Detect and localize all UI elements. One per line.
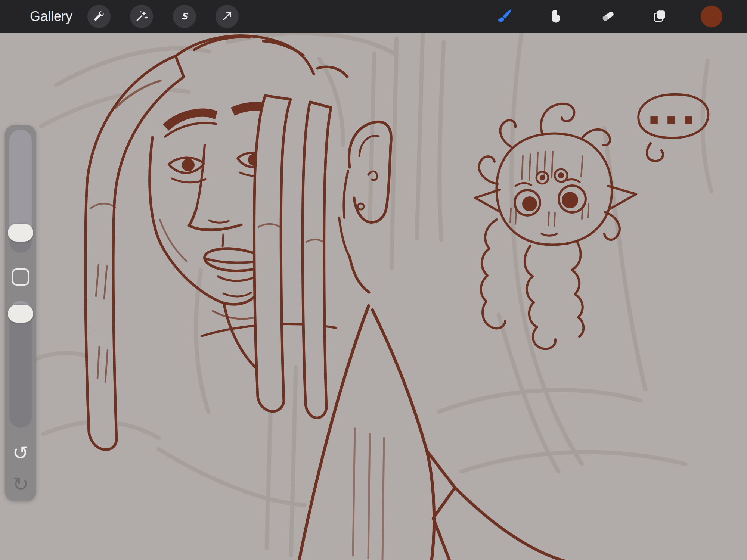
sidebar-toolbar: ↺ ↻ [5,125,36,501]
layers-icon [652,8,667,25]
artwork: ... [0,33,747,560]
color-swatch-icon [701,6,722,27]
nose [196,145,205,208]
opacity-handle[interactable] [8,305,33,323]
transform-arrow-icon [221,10,233,24]
main-character-sketch [86,36,568,560]
gallery-button[interactable]: Gallery [30,0,72,33]
brush-size-handle[interactable] [8,224,33,242]
brush-size-slider[interactable] [5,130,36,253]
drawing-canvas[interactable]: ... [0,33,747,560]
smudge-icon [548,9,563,25]
speech-bubble-dots: ... [646,86,697,134]
color-button[interactable] [700,5,723,28]
selection-button[interactable]: S [173,5,196,28]
selection-s-icon: S [178,10,191,24]
modify-button[interactable] [12,268,29,286]
opacity-slider[interactable] [5,301,36,428]
speech-bubble: ... [638,86,708,161]
actions-button[interactable] [87,5,111,28]
undo-button[interactable]: ↺ [5,442,36,464]
left-eyebrow [163,109,217,131]
adjustments-button[interactable] [130,5,153,28]
paint-tool-button[interactable] [493,5,516,28]
redo-button[interactable]: ↻ [5,473,36,495]
eraser-icon [600,8,616,25]
wrench-icon [93,10,105,24]
erase-tool-button[interactable] [596,5,620,28]
smudge-tool-button[interactable] [544,5,567,28]
ear [339,122,391,257]
layers-button[interactable] [648,5,671,28]
elf-doodle-sketch [475,104,636,349]
transform-button[interactable] [216,5,239,28]
magic-wand-icon [135,10,148,24]
hair-strokes [176,36,347,77]
top-toolbar: Gallery S [0,0,747,33]
paintbrush-icon [496,8,512,25]
svg-text:S: S [181,11,188,21]
